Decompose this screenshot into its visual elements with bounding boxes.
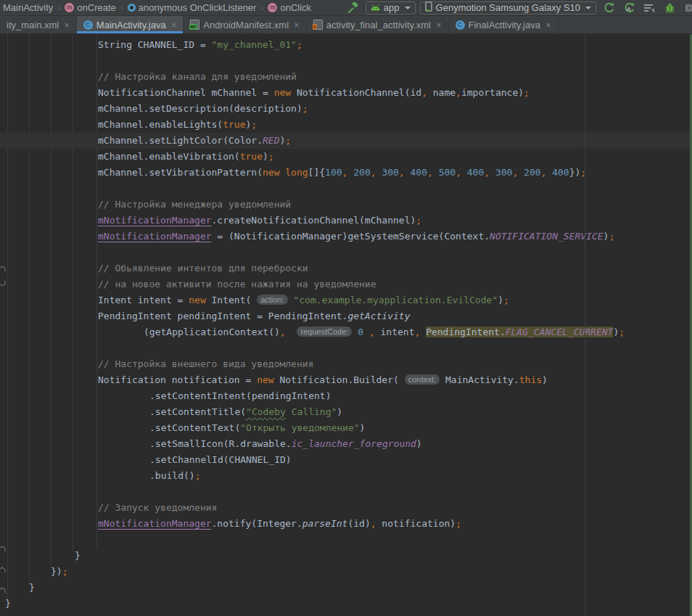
code-line[interactable]: // Настройка внешнего вида уведомления (0, 356, 692, 372)
code-line[interactable] (0, 340, 692, 356)
code-line[interactable]: String CHANNEL_ID = "my_channel_01"; (0, 37, 692, 53)
code-line[interactable]: } (0, 580, 692, 596)
code-line[interactable]: mChannel.setVibrationPattern(new long[]{… (0, 165, 692, 181)
code-line[interactable]: // Обьявление интентов для переброски (0, 260, 692, 276)
code-line[interactable]: mChannel.setDescription(description); (0, 101, 692, 117)
apply-changes-restart-icon[interactable] (601, 1, 617, 15)
code-token: }) (51, 566, 62, 577)
chevron-down-icon (585, 7, 591, 9)
code-line[interactable] (0, 53, 692, 69)
apply-code-changes-icon[interactable]: A (621, 1, 637, 15)
code-token (518, 167, 524, 178)
tab-close-icon[interactable]: × (294, 20, 300, 30)
module-selector[interactable]: app (366, 1, 416, 15)
fold-marker-icon[interactable] (0, 262, 6, 275)
run-configurations-list-icon[interactable] (641, 1, 657, 15)
code-line[interactable]: // Настройка канала для уведомлений (0, 69, 692, 85)
code-line[interactable]: mNotificationManager.createNotificationC… (0, 213, 692, 229)
code-token: // Настройка внешнего вида уведомления (98, 358, 313, 369)
code-line[interactable]: // Запуск уведомления (0, 500, 692, 516)
code-token: , (421, 87, 427, 98)
code-token: importance) (461, 87, 524, 98)
module-selector-label: app (384, 2, 400, 13)
breadcrumb-item[interactable]: monClick (266, 2, 313, 13)
code-line[interactable]: .setChannelId(CHANNEL_ID) (0, 452, 692, 468)
code-token: notification) (376, 518, 456, 529)
editor-tab-AndroidManifest.xml[interactable]: MFAndroidManifest.xml× (184, 16, 306, 33)
code-token: (getApplicationContext() (144, 327, 280, 337)
attach-debugger-icon[interactable] (682, 1, 692, 15)
code-line[interactable] (0, 532, 692, 548)
breadcrumb-separator-icon: › (258, 3, 266, 13)
fold-marker-icon[interactable] (0, 563, 6, 576)
device-selector[interactable]: Genymotion Samsung Galaxy S10 (420, 1, 596, 15)
code-line[interactable]: mChannel.enableLights(true); (0, 117, 692, 133)
code-token: (id) (347, 518, 370, 529)
breadcrumb-item[interactable]: anonymous OnClickListener (126, 2, 258, 13)
code-editor[interactable]: String CHANNEL_ID = "my_channel_01";// Н… (0, 34, 692, 616)
code-token: , (369, 327, 375, 337)
code-token: // на новое активити после нажатия на ув… (98, 279, 376, 289)
code-token: ; (524, 87, 530, 98)
code-line[interactable]: } (0, 548, 692, 564)
code-token: PendingIntent pendingIntent = PendingInt… (98, 311, 347, 321)
editor-tab-activity_final_acttivity.xml[interactable]: Aactivity_final_acttivity.xml× (307, 16, 449, 33)
code-line[interactable]: PendingIntent pendingIntent = PendingInt… (0, 308, 692, 324)
breadcrumb-item[interactable]: MainActivity (1, 2, 54, 13)
code-line[interactable] (0, 245, 692, 260)
code-token: "my_channel_01" (212, 39, 297, 50)
build-hammer-icon[interactable] (345, 1, 361, 15)
code-token: mNotificationManager (98, 215, 212, 226)
code-line[interactable]: .setSmallIcon(R.drawable.ic_launcher_for… (0, 436, 692, 452)
code-token: "Codeby (246, 406, 286, 417)
code-token: ) (498, 295, 503, 305)
method-icon: m (268, 3, 277, 12)
code-token: } (5, 598, 11, 609)
code-line[interactable]: (getApplicationContext(), requestCode: 0… (0, 324, 692, 340)
fold-marker-icon[interactable] (0, 276, 6, 289)
code-token: getActivity (347, 311, 410, 321)
code-line[interactable]: Notification notification = new Notifica… (0, 372, 692, 388)
editor-tab-MainActivity.java[interactable]: CMainActivity.java× (77, 16, 184, 33)
code-token: Intent( (206, 295, 257, 305)
layout-xml-file-icon: A (313, 20, 323, 30)
code-token: 300 (382, 167, 398, 178)
code-line[interactable]: mChannel.enableVibration(true); (0, 149, 692, 165)
code-token: .createNotificationChannel(mChannel) (212, 215, 416, 226)
code-token: // Запуск уведомления (98, 502, 217, 513)
code-line[interactable]: }); (0, 564, 692, 580)
fold-marker-icon[interactable] (0, 583, 6, 596)
code-token: ; (580, 167, 586, 178)
code-token: NotificationChannel(id (291, 87, 421, 98)
code-line[interactable] (0, 181, 692, 197)
code-line[interactable]: } (0, 596, 692, 612)
code-line[interactable]: .build(); (0, 468, 692, 484)
code-line[interactable]: // Настройка менеджера уведомлений (0, 197, 692, 213)
tab-close-icon[interactable]: × (436, 20, 442, 30)
editor-tab-FinalActtivity.java[interactable]: CFinalActtivity.java× (449, 16, 559, 33)
code-line[interactable]: // на новое активити после нажатия на ув… (0, 276, 692, 292)
code-line[interactable]: mNotificationManager.notify(Integer.pars… (0, 516, 692, 532)
code-line[interactable]: .setContentTitle("Codeby Calling") (0, 404, 692, 420)
code-token: true (223, 119, 245, 130)
code-line[interactable]: Intent intent = new Intent( action: "com… (0, 292, 692, 308)
code-line[interactable]: mNotificationManager = (NotificationMana… (0, 229, 692, 245)
tab-close-icon[interactable]: × (64, 20, 70, 30)
code-token: Notification.Builder( (274, 374, 405, 385)
code-token: } (75, 550, 81, 561)
code-line[interactable]: mChannel.setLightColor(Color.RED); (0, 133, 692, 149)
code-line[interactable]: .setContentText("Открыть уведомление") (0, 420, 692, 436)
tab-close-icon[interactable]: × (171, 20, 177, 30)
code-token: .notify(Integer. (212, 518, 302, 529)
breadcrumb-item[interactable]: monCreate (63, 2, 117, 13)
code-line[interactable] (0, 484, 692, 500)
code-line[interactable]: NotificationChannel mChannel = new Notif… (0, 85, 692, 101)
code-token: 400 (467, 167, 484, 178)
code-line[interactable]: .setContentIntent(pendingIntent) (0, 388, 692, 404)
tab-close-icon[interactable]: × (545, 20, 551, 30)
java-class-icon: C (83, 20, 93, 30)
method-icon: m (65, 3, 74, 12)
editor-tab-ity_main.xml[interactable]: ity_main.xml× (0, 16, 77, 33)
debug-icon[interactable] (662, 1, 677, 15)
fold-marker-icon[interactable] (0, 542, 6, 555)
